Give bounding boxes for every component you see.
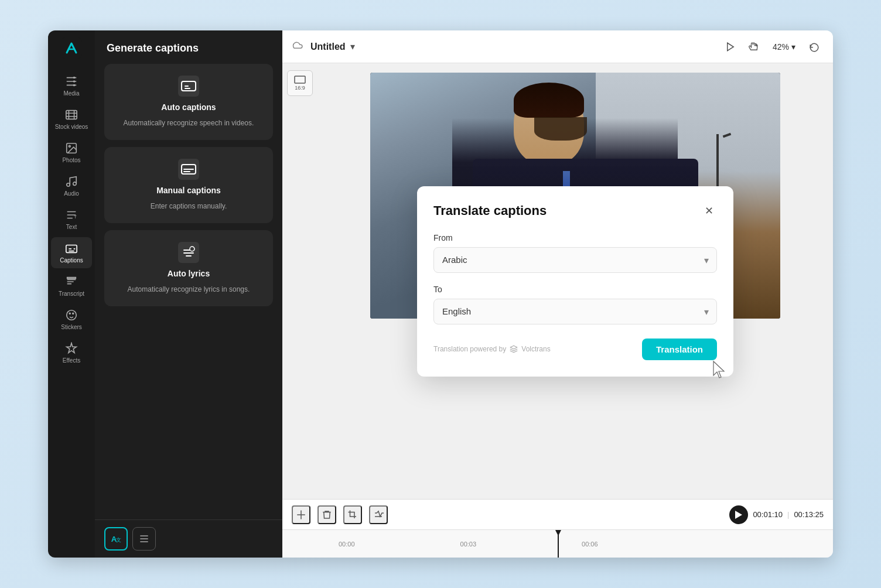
svg-point-13	[73, 313, 74, 314]
svg-point-6	[69, 145, 70, 147]
auto-lyrics-desc: Automatically recognize lyrics in songs.	[128, 284, 250, 295]
modal-header: Translate captions ✕	[433, 203, 717, 219]
auto-captions-card[interactable]: Auto captions Automatically recognize sp…	[104, 64, 273, 140]
manual-captions-desc: Enter captions manually.	[151, 201, 227, 211]
to-section: To English Arabic Spanish French German …	[433, 285, 717, 324]
translate-captions-modal: Translate captions ✕ From Arabic English…	[417, 186, 733, 377]
delete-icon	[322, 510, 332, 520]
timeline[interactable]: 00:00 00:03 00:06	[282, 529, 833, 558]
hand-tool-btn[interactable]	[745, 37, 763, 56]
auto-captions-title: Auto captions	[161, 102, 216, 112]
play-filled-icon	[735, 511, 742, 519]
manual-captions-card[interactable]: Manual captions Enter captions manually.	[104, 147, 273, 223]
svg-rect-23	[295, 76, 305, 83]
play-btn[interactable]	[729, 505, 748, 524]
powered-by: Translation powered by Volctrans	[433, 345, 551, 353]
sidebar-item-label: Captions	[60, 257, 83, 264]
modal-title: Translate captions	[433, 203, 547, 218]
undo-btn[interactable]	[805, 37, 824, 56]
translate-btn[interactable]: A 文	[104, 527, 128, 551]
sidebar-item-audio[interactable]: Audio	[51, 170, 92, 201]
media-icon	[65, 75, 78, 88]
zoom-value: 42%	[773, 42, 789, 52]
translation-button[interactable]: Translation	[642, 339, 717, 360]
from-section: From Arabic English Spanish French Germa…	[433, 233, 717, 273]
sidebar-item-label: Stickers	[61, 324, 82, 330]
hand-icon	[749, 42, 759, 52]
svg-rect-4	[66, 111, 77, 119]
from-select[interactable]: Arabic English Spanish French German Chi…	[433, 247, 717, 273]
svg-text:文: 文	[116, 537, 121, 543]
sidebar-item-label: Audio	[64, 190, 79, 197]
from-select-wrapper: Arabic English Spanish French German Chi…	[433, 247, 717, 273]
sidebar-item-label: Stock videos	[55, 124, 88, 130]
sidebar-item-label: Photos	[62, 157, 80, 163]
screen-icon	[294, 76, 306, 84]
list-icon	[138, 533, 150, 545]
sidebar-item-stickers[interactable]: Stickers	[51, 304, 92, 335]
svg-point-12	[69, 313, 70, 314]
svg-point-3	[74, 85, 75, 86]
powered-by-text: Translation powered by	[433, 345, 506, 353]
modal-footer: Translation powered by Volctrans Transla…	[433, 339, 717, 360]
time-display: 00:01:10 | 00:13:25	[729, 505, 824, 524]
photo-icon	[65, 142, 78, 155]
svg-point-1	[74, 77, 75, 78]
sidebar-item-captions[interactable]: Captions	[51, 237, 92, 268]
left-panel: Generate captions Auto captions Automati…	[95, 30, 282, 558]
sidebar-item-label: Text	[66, 224, 77, 230]
sidebar-item-label: Media	[63, 90, 79, 97]
audio-icon	[65, 175, 78, 188]
timeline-time-0: 00:00	[339, 541, 355, 548]
left-panel-header: Generate captions	[95, 30, 282, 64]
play-preview-btn[interactable]	[721, 37, 740, 56]
sidebar-item-effects[interactable]: Effects	[51, 337, 92, 368]
total-time: 00:13:25	[794, 510, 824, 519]
zoom-control[interactable]: 42% ▾	[768, 40, 800, 54]
to-label: To	[433, 285, 717, 294]
caption-cards: Auto captions Automatically recognize sp…	[95, 64, 282, 519]
crop-btn[interactable]	[343, 505, 362, 524]
provider-name: Volctrans	[521, 345, 550, 353]
topbar-chevron-icon[interactable]: ▾	[350, 41, 355, 52]
transcript-icon	[65, 275, 78, 288]
svg-point-19	[190, 247, 194, 251]
svg-rect-0	[61, 37, 82, 59]
sidebar-item-media[interactable]: Media	[51, 70, 92, 101]
list-btn[interactable]	[132, 527, 156, 551]
aspect-ratio-btn[interactable]: 16:9	[287, 70, 313, 96]
crop-icon	[347, 510, 358, 520]
bottom-toolbar: 00:01:10 | 00:13:25	[282, 499, 833, 529]
sidebar-item-stock-videos[interactable]: Stock videos	[51, 104, 92, 135]
sidebar-item-transcript[interactable]: Transcript	[51, 271, 92, 302]
timeline-playhead	[558, 530, 559, 558]
time-separator: |	[787, 510, 789, 519]
auto-lyrics-card[interactable]: Auto lyrics Automatically recognize lyri…	[104, 230, 273, 306]
timeline-time-1: 00:03	[460, 541, 477, 548]
split-btn[interactable]	[292, 505, 310, 524]
sidebar-item-photos[interactable]: Photos	[51, 137, 92, 168]
playhead-head	[555, 530, 561, 536]
sidebar-item-label: Effects	[63, 357, 80, 364]
cursor-pointer	[711, 360, 729, 378]
main-area: Untitled ▾ 42% ▾ 16:9	[282, 30, 833, 558]
translate-icon: A 文	[110, 533, 122, 545]
zoom-chevron-icon: ▾	[791, 42, 795, 52]
captions-icon	[65, 242, 78, 255]
modal-close-btn[interactable]: ✕	[701, 203, 717, 219]
from-label: From	[433, 233, 717, 242]
to-select[interactable]: English Arabic Spanish French German Chi…	[433, 299, 717, 324]
svg-point-11	[67, 310, 77, 320]
delete-btn[interactable]	[317, 505, 336, 524]
sidebar-item-text[interactable]: T Text	[51, 204, 92, 235]
svg-marker-24	[735, 511, 742, 519]
lyrics-icon	[178, 242, 199, 263]
stickers-icon	[65, 309, 78, 322]
audio-adjust-btn[interactable]	[369, 505, 388, 524]
film-icon	[65, 108, 78, 121]
left-panel-bottom: A 文	[95, 519, 282, 558]
app-logo[interactable]	[61, 37, 82, 59]
auto-captions-desc: Automatically recognize speech in videos…	[124, 118, 254, 128]
text-icon: T	[65, 208, 78, 221]
canvas-content: Translate captions ✕ From Arabic English…	[317, 63, 833, 499]
